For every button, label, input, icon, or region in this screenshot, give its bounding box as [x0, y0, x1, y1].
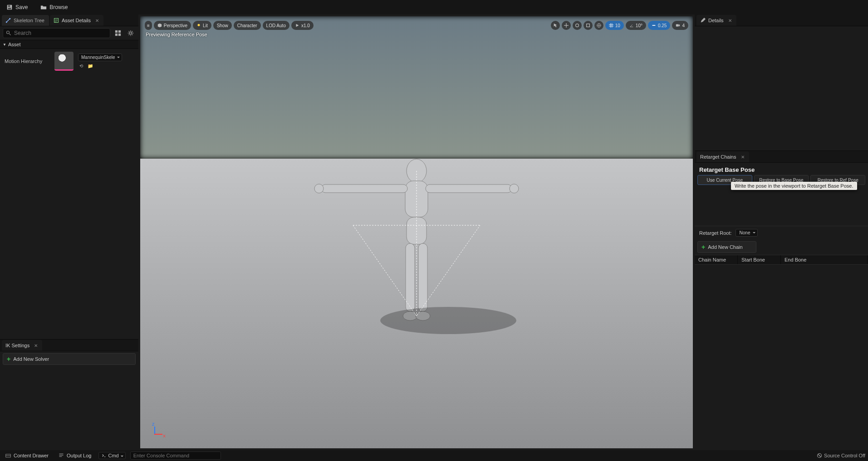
tab-retarget-chains-label: Retarget Chains — [700, 154, 736, 160]
asset-dropdown-label: MannequinSkele — [81, 55, 115, 60]
output-log-button[interactable]: Output Log — [56, 451, 94, 460]
output-log-label: Output Log — [67, 453, 91, 458]
settings-button[interactable] — [126, 28, 136, 38]
scale-snap-button[interactable]: 0.25 — [648, 21, 670, 30]
svg-rect-2 — [8, 8, 11, 10]
console-command-input[interactable] — [130, 451, 221, 460]
disabled-icon — [817, 453, 822, 458]
tab-skeleton-tree[interactable]: Skeleton Tree — [2, 15, 49, 26]
viewport[interactable]: Previewing Reference Pose ≡ Perspective … — [140, 16, 693, 448]
mannequin — [299, 153, 535, 352]
svg-rect-10 — [118, 34, 121, 36]
grid-snap-label: 10 — [615, 23, 620, 28]
bone-icon — [5, 18, 11, 23]
retarget-root-dropdown[interactable]: None — [736, 229, 758, 237]
svg-rect-19 — [406, 243, 415, 311]
gear-icon — [128, 30, 134, 36]
browse-label: Browse — [49, 4, 68, 10]
camera-speed-button[interactable]: 4 — [672, 21, 688, 30]
menu-icon: ≡ — [147, 23, 150, 28]
select-tool[interactable] — [551, 21, 560, 30]
svg-rect-1 — [8, 5, 10, 7]
tab-ik-settings[interactable]: IK Settings ✕ — [2, 340, 42, 351]
lit-button[interactable]: Lit — [193, 21, 211, 30]
search-icon — [6, 30, 11, 36]
add-new-chain-label: Add New Chain — [708, 244, 742, 250]
world-local-toggle[interactable] — [594, 21, 603, 30]
source-control-button[interactable]: Source Control Off — [817, 453, 865, 458]
tab-details-label: Details — [708, 18, 724, 23]
perspective-button[interactable]: Perspective — [154, 21, 191, 30]
tab-retarget-chains[interactable]: Retarget Chains ✕ — [696, 151, 749, 162]
motion-hierarchy-label: Motion Hierarchy — [5, 58, 50, 64]
folder-icon — [40, 4, 47, 10]
search-input[interactable] — [14, 30, 107, 36]
use-selected-icon[interactable]: ⟲ — [78, 63, 84, 69]
scale-tool[interactable] — [584, 21, 593, 30]
tab-asset-details[interactable]: Asset Details ✕ — [50, 15, 103, 26]
search-input-wrap[interactable] — [3, 28, 110, 38]
angle-icon — [629, 23, 634, 28]
scale-snap-label: 0.25 — [658, 23, 667, 28]
cmd-type-dropdown[interactable]: Cmd — [98, 452, 125, 459]
chevron-down-icon: ▼ — [3, 43, 6, 47]
playback-speed-label: x1.0 — [301, 23, 310, 28]
show-label: Show — [217, 23, 228, 28]
globe-icon — [597, 23, 601, 28]
section-asset[interactable]: ▼ Asset — [0, 40, 138, 49]
close-icon[interactable]: ✕ — [95, 18, 99, 23]
source-control-label: Source Control Off — [824, 453, 865, 458]
rotate-tool[interactable] — [573, 21, 582, 30]
save-icon — [6, 4, 13, 10]
move-tool[interactable] — [562, 21, 571, 30]
camera-icon — [676, 23, 680, 28]
tab-details[interactable]: Details ✕ — [696, 15, 736, 26]
show-button[interactable]: Show — [213, 21, 232, 30]
close-icon[interactable]: ✕ — [34, 343, 38, 348]
svg-point-4 — [9, 18, 10, 19]
lod-button[interactable]: LOD Auto — [263, 21, 289, 30]
scale-icon — [586, 23, 590, 28]
view-options-button[interactable] — [113, 28, 123, 38]
grid-snap-button[interactable]: 10 — [605, 21, 624, 30]
cube-icon — [157, 23, 162, 28]
axis-z-label: Z — [152, 422, 155, 427]
retarget-root-label: Retarget Root: — [699, 230, 732, 236]
move-icon — [564, 23, 569, 28]
svg-rect-16 — [426, 184, 512, 193]
camera-speed-label: 4 — [682, 23, 685, 28]
scale-snap-icon — [652, 23, 656, 28]
asset-dropdown[interactable]: MannequinSkele — [78, 53, 122, 61]
svg-rect-25 — [586, 24, 589, 27]
col-chain-name[interactable]: Chain Name — [695, 255, 738, 264]
angle-snap-button[interactable]: 10° — [626, 21, 646, 30]
pencil-icon — [700, 18, 706, 23]
grid-icon — [609, 23, 613, 28]
add-new-solver-button[interactable]: + Add New Solver — [3, 353, 136, 365]
viewport-overlay-text: Previewing Reference Pose — [146, 32, 207, 37]
col-end-bone[interactable]: End Bone — [781, 255, 868, 264]
browse-button[interactable]: Browse — [38, 2, 70, 12]
asset-thumbnail[interactable] — [54, 52, 74, 71]
browse-to-icon[interactable]: 📁 — [87, 63, 93, 69]
svg-rect-7 — [115, 30, 118, 33]
character-button[interactable]: Character — [234, 21, 261, 30]
svg-rect-8 — [118, 30, 121, 33]
svg-rect-15 — [321, 184, 407, 193]
save-label: Save — [15, 4, 28, 10]
close-icon[interactable]: ✕ — [728, 18, 732, 23]
col-start-bone[interactable]: Start Bone — [738, 255, 781, 264]
cursor-icon — [553, 23, 558, 28]
svg-point-23 — [380, 307, 516, 334]
rotate-icon — [575, 23, 579, 28]
close-icon[interactable]: ✕ — [741, 155, 745, 160]
playback-speed-button[interactable]: x1.0 — [291, 21, 314, 30]
retarget-base-pose-title: Retarget Base Pose — [695, 163, 868, 175]
add-new-chain-button[interactable]: + Add New Chain — [697, 241, 756, 253]
save-button[interactable]: Save — [4, 2, 30, 12]
svg-point-24 — [198, 24, 200, 26]
viewport-sky — [140, 16, 693, 159]
content-drawer-button[interactable]: Content Drawer — [3, 451, 51, 460]
cmd-type-label: Cmd — [108, 453, 118, 458]
viewport-menu-button[interactable]: ≡ — [145, 21, 152, 30]
